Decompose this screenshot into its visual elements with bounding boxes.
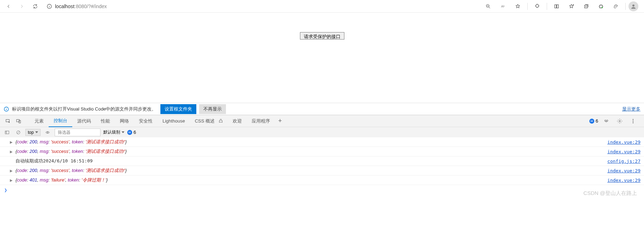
forward-button[interactable]: [16, 1, 27, 12]
source-link[interactable]: index.vue:29: [607, 168, 640, 173]
refresh-button[interactable]: [30, 1, 41, 12]
back-button[interactable]: [3, 1, 14, 12]
console-message: {code: 200, msg: 'success', token: '测试请求…: [16, 139, 607, 145]
live-expression-icon[interactable]: [43, 128, 52, 137]
tab-elements[interactable]: 元素: [30, 115, 49, 127]
address-bar[interactable]: localhost:8080/?#/index: [43, 1, 479, 12]
favorites-bar-icon[interactable]: [565, 1, 578, 12]
tab-sources[interactable]: 源代码: [72, 115, 96, 127]
console-row[interactable]: 自动续期成功2024/6/10 16:51:09config.js:27: [0, 156, 644, 166]
console-toolbar: top 默认级别 ✉6: [0, 127, 644, 137]
profile-avatar[interactable]: [628, 1, 638, 11]
source-link[interactable]: index.vue:29: [607, 149, 640, 154]
expand-arrow-icon[interactable]: ▶: [10, 150, 13, 154]
issues-counter[interactable]: ✉6: [589, 118, 598, 124]
toggle-sidebar-icon[interactable]: [3, 128, 11, 137]
devtools-tabbar: 元素 控制台 源代码 性能 网络 安全性 Lighthouse CSS 概述 凸…: [0, 115, 644, 127]
url-text: localhost:8080/?#/index: [55, 4, 107, 9]
message-count[interactable]: ✉6: [127, 130, 136, 135]
request-protected-api-button[interactable]: 请求受保护的接口: [300, 32, 344, 40]
browser-actions: A)): [482, 1, 641, 12]
expand-arrow-icon[interactable]: ▶: [10, 178, 13, 182]
info-icon: [4, 106, 9, 112]
ai-icon[interactable]: [601, 116, 612, 126]
toolbar-separator: [527, 3, 528, 10]
filter-input[interactable]: [55, 129, 100, 136]
favorite-icon[interactable]: [511, 1, 525, 12]
site-info-icon[interactable]: [47, 4, 52, 9]
show-more-link[interactable]: 显示更多: [622, 106, 640, 112]
zoom-icon[interactable]: [482, 1, 495, 12]
svg-rect-5: [557, 5, 559, 8]
console-row[interactable]: ▶{code: 200, msg: 'success', token: '测试请…: [0, 137, 644, 147]
svg-point-13: [605, 120, 606, 121]
tab-application[interactable]: 应用程序: [247, 115, 275, 127]
tab-lighthouse[interactable]: Lighthouse: [158, 115, 190, 127]
svg-point-15: [619, 120, 620, 122]
source-link[interactable]: index.vue:29: [607, 178, 640, 183]
browser-toolbar: localhost:8080/?#/index A)): [0, 0, 644, 13]
message-dot-icon: ✉: [127, 130, 132, 135]
toolbar-separator: [625, 3, 626, 10]
console-message: 自动续期成功2024/6/10 16:51:09: [16, 158, 607, 164]
source-link[interactable]: config.js:27: [607, 159, 640, 164]
svg-point-8: [632, 4, 634, 6]
tab-security[interactable]: 安全性: [134, 115, 158, 127]
svg-point-14: [607, 120, 608, 121]
device-mode-icon[interactable]: [13, 116, 24, 126]
ie-mode-icon[interactable]: [609, 1, 622, 12]
devtools-infobar: 标识项目的根文件夹以打开Visual Studio Code中的源文件并同步更改…: [0, 103, 644, 115]
dismiss-button[interactable]: 不再显示: [199, 104, 226, 114]
inspect-element-icon[interactable]: [3, 116, 13, 126]
console-row[interactable]: ▶{code: 200, msg: 'success', token: '测试请…: [0, 147, 644, 156]
context-selector[interactable]: top: [25, 129, 41, 136]
svg-rect-10: [6, 119, 9, 122]
svg-point-18: [633, 122, 633, 123]
clear-console-icon[interactable]: [14, 128, 23, 137]
svg-point-16: [633, 119, 633, 120]
set-root-folder-button[interactable]: 设置根文件夹: [160, 104, 196, 114]
infobar-text: 标识项目的根文件夹以打开Visual Studio Code中的源文件并同步更改…: [12, 106, 156, 112]
tab-network[interactable]: 网络: [115, 115, 134, 127]
page-body: 请求受保护的接口: [0, 13, 644, 103]
split-screen-icon[interactable]: [550, 1, 563, 12]
log-level-selector[interactable]: 默认级别: [103, 129, 124, 135]
settings-icon[interactable]: [614, 116, 625, 126]
console-message: {code: 200, msg: 'success', token: '测试请求…: [16, 167, 607, 174]
console-message: {code: 200, msg: 'success', token: '测试请求…: [16, 148, 607, 155]
svg-rect-19: [5, 131, 9, 133]
toolbar-separator: [547, 3, 547, 10]
console-message: {code: 401, msg: 'failure', token: '令牌过期…: [16, 177, 607, 183]
svg-point-7: [601, 7, 603, 8]
tab-performance[interactable]: 性能: [96, 115, 115, 127]
svg-point-21: [47, 132, 48, 133]
svg-point-17: [633, 121, 633, 121]
expand-arrow-icon[interactable]: ▶: [10, 169, 13, 173]
extensions-icon[interactable]: [530, 1, 544, 12]
message-dot-icon: ✉: [589, 119, 594, 124]
tab-console[interactable]: 控制台: [49, 115, 72, 127]
tab-css-overview[interactable]: CSS 概述 凸: [190, 115, 228, 127]
tab-welcome[interactable]: 欢迎: [228, 115, 247, 127]
source-link[interactable]: index.vue:29: [607, 139, 640, 145]
console-row[interactable]: ▶{code: 200, msg: 'success', token: '测试请…: [0, 166, 644, 176]
console-row[interactable]: ▶{code: 401, msg: 'failure', token: '令牌过…: [0, 176, 644, 185]
expand-arrow-icon[interactable]: ▶: [10, 140, 13, 144]
add-tab-icon[interactable]: +: [275, 116, 286, 126]
svg-rect-4: [555, 5, 557, 8]
read-aloud-icon[interactable]: A)): [496, 1, 510, 12]
svg-text:)): )): [503, 5, 504, 7]
console-output: ▶{code: 200, msg: 'success', token: '测试请…: [0, 137, 644, 195]
performance-icon[interactable]: [594, 1, 608, 12]
console-prompt[interactable]: ❯: [0, 185, 644, 195]
more-icon[interactable]: [628, 116, 638, 126]
collections-icon[interactable]: [579, 1, 593, 12]
